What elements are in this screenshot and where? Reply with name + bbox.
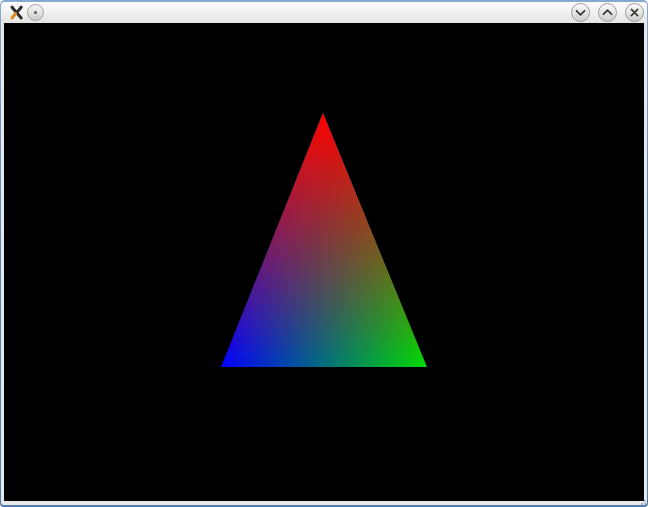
pin-dot-icon bbox=[34, 11, 37, 14]
x-application-icon[interactable] bbox=[8, 4, 25, 21]
rgb-gradient-triangle bbox=[221, 113, 427, 367]
close-button[interactable] bbox=[625, 3, 644, 22]
opengl-viewport bbox=[4, 23, 644, 501]
minimize-button[interactable] bbox=[571, 3, 590, 22]
maximize-button[interactable] bbox=[598, 3, 617, 22]
window-titlebar[interactable] bbox=[1, 2, 647, 23]
window-title bbox=[49, 2, 557, 23]
chevron-down-icon bbox=[572, 4, 589, 21]
resize-grip[interactable] bbox=[641, 500, 646, 505]
application-window bbox=[0, 0, 648, 507]
close-x-icon bbox=[626, 4, 643, 21]
chevron-up-icon bbox=[599, 4, 616, 21]
on-all-desktops-button[interactable] bbox=[27, 4, 44, 21]
